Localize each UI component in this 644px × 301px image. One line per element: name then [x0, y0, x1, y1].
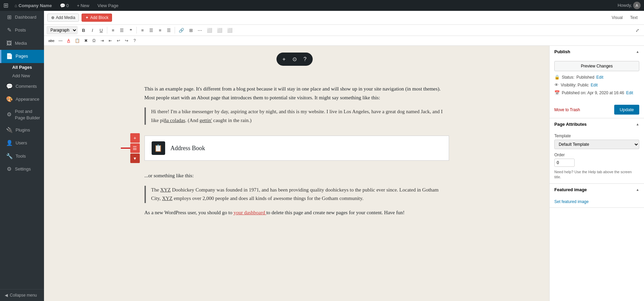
align-center-button[interactable]: ☰ [147, 26, 155, 34]
order-input[interactable] [554, 159, 575, 167]
paste-plain-button[interactable]: 📋 [73, 37, 82, 44]
page-attributes-toggle-icon: ▲ [636, 122, 639, 126]
sidebar-item-media[interactable]: 🖼 Media [0, 37, 44, 50]
insert-custom3-button[interactable]: ⬜ [225, 26, 235, 34]
sidebar-item-pages[interactable]: 📄 Pages [0, 50, 44, 63]
publish-section: Publish ▲ Preview Changes 🔒 Status: Publ… [550, 46, 644, 118]
content-area: ⊕ Add Media ✦ Add Block Visual Text Para… [44, 11, 644, 301]
paragraph-select[interactable]: Paragraph Heading 1 Heading 2 [47, 26, 77, 34]
pages-icon: 📄 [6, 53, 13, 60]
sidebar-item-tools[interactable]: 🔧 Tools [0, 150, 44, 163]
dashboard-link[interactable]: your dashboard [234, 210, 266, 215]
redo-button[interactable]: ↪ [123, 37, 130, 44]
adminbar-site-name[interactable]: ⌂ Company Name [13, 0, 54, 11]
blockquote-text-2: The XYZ Doohickey Company was founded in… [151, 186, 449, 203]
insert-custom-button[interactable]: ⬜ [205, 26, 214, 34]
visibility-edit-link[interactable]: Edit [591, 83, 598, 87]
publish-footer: Move to Trash Update [550, 101, 644, 118]
horizontal-rule-button[interactable]: — [57, 37, 64, 44]
template-select[interactable]: Default Template [554, 140, 639, 149]
separator [107, 27, 107, 34]
add-block-button[interactable]: ✦ Add Block [82, 14, 112, 22]
publish-section-header[interactable]: Publish ▲ [550, 46, 644, 58]
sidebar-subitem-all-pages[interactable]: All Pages [0, 63, 44, 72]
move-to-trash-link[interactable]: Move to Trash [554, 107, 580, 112]
block-add-button[interactable]: + [130, 133, 140, 143]
sidebar-item-posts[interactable]: ✎ Posts [0, 24, 44, 37]
text-color-button[interactable]: A [65, 37, 72, 44]
content-blockquote-2: The XYZ Doohickey Company was founded in… [145, 186, 449, 203]
appearance-icon: 🎨 [6, 96, 13, 103]
underline-button[interactable]: U [97, 26, 105, 34]
editor-main[interactable]: + ⊙ ? This is an example page. It's diff… [44, 46, 549, 301]
adminbar-view-page[interactable]: View Page [95, 0, 120, 11]
floating-navigate-button[interactable]: ⊙ [289, 54, 300, 64]
dashboard-icon: ⊞ [6, 14, 12, 21]
collapse-menu-button[interactable]: ◀ Collapse menu [0, 289, 44, 301]
visual-tab[interactable]: Visual [609, 14, 626, 21]
sidebar-item-appearance[interactable]: 🎨 Appearance [0, 93, 44, 106]
page-attributes-title: Page Attributes [554, 122, 587, 127]
separator [136, 27, 137, 34]
sidebar-item-dashboard[interactable]: ⊞ Dashboard [0, 11, 44, 24]
insert-table-button[interactable]: ⊞ [187, 26, 195, 34]
visibility-value: Visibility: Public [561, 83, 589, 87]
update-button[interactable]: Update [614, 105, 639, 115]
sidebar-item-users[interactable]: 👤 Users [0, 137, 44, 149]
sidebar-subitem-add-new[interactable]: Add New [0, 72, 44, 80]
preview-changes-button[interactable]: Preview Changes [554, 61, 639, 71]
insert-custom2-button[interactable]: ⬜ [215, 26, 224, 34]
clear-format-button[interactable]: ✖ [82, 37, 90, 44]
help-button[interactable]: ? [131, 37, 138, 44]
content-paragraph-1: This is an example page. It's different … [145, 85, 449, 102]
tools-icon: 🔧 [6, 153, 13, 160]
strikethrough-button[interactable]: abc [47, 38, 56, 44]
add-media-button[interactable]: ⊕ Add Media [47, 14, 79, 22]
sidebar-item-label: Tools [16, 153, 26, 159]
status-edit-link[interactable]: Edit [596, 75, 603, 80]
insert-more-button[interactable]: ⋯ [196, 26, 204, 34]
visibility-icon: 👁 [554, 82, 559, 87]
status-value: Published [576, 75, 594, 80]
italic-button[interactable]: I [88, 26, 96, 34]
sidebar-item-plugins[interactable]: 🔌 Plugins [0, 124, 44, 137]
featured-image-toggle-icon: ▲ [636, 188, 639, 192]
block-drag-button[interactable]: ☰ [130, 143, 140, 153]
address-book-label: Address Book [171, 143, 205, 154]
special-char-button[interactable]: Ω [90, 37, 98, 44]
plugins-icon: 🔌 [6, 126, 13, 134]
sidebar-item-label: Settings [15, 166, 31, 172]
comments-icon: 💬 [60, 3, 65, 8]
text-tab[interactable]: Text [627, 14, 641, 21]
adminbar-comments[interactable]: 💬 0 [58, 0, 71, 11]
floating-add-button[interactable]: + [279, 54, 289, 64]
template-label: Template [554, 134, 639, 138]
align-right-button[interactable]: ≡ [156, 26, 164, 34]
undo-button[interactable]: ↩ [115, 37, 122, 44]
fullscreen-button[interactable]: ⤢ [633, 26, 641, 34]
adminbar-new[interactable]: + New [75, 0, 91, 11]
set-featured-image-link[interactable]: Set featured image [554, 199, 589, 204]
sidebar-item-post-page-builder[interactable]: ⚙ Post and Page Builder [0, 106, 44, 123]
main-layout: ⊞ Dashboard ✎ Posts 🖼 Media 📄 Pages All … [0, 11, 644, 301]
floating-help-button[interactable]: ? [300, 54, 310, 64]
bold-button[interactable]: B [80, 26, 88, 34]
align-left-button[interactable]: ≡ [138, 26, 147, 34]
indent-button[interactable]: ⇥ [98, 37, 106, 44]
ordered-list-button[interactable]: ☰ [118, 26, 126, 34]
featured-image-header[interactable]: Featured image ▲ [550, 184, 644, 196]
unordered-list-button[interactable]: ≡ [109, 26, 117, 34]
wp-logo-icon[interactable]: ⊞ [3, 2, 8, 9]
sidebar-item-comments[interactable]: 💬 Comments [0, 80, 44, 93]
avatar: A [633, 2, 641, 9]
outdent-button[interactable]: ⇤ [107, 37, 114, 44]
sidebar-item-label: Post and Page Builder [15, 108, 41, 121]
sidebar-item-settings[interactable]: ⚙ Settings [0, 163, 44, 176]
link-button[interactable]: 🔗 [177, 26, 186, 34]
blockquote-button[interactable]: ❝ [127, 26, 135, 34]
align-justify-button[interactable]: ☰ [165, 26, 173, 34]
block-down-button[interactable]: ▾ [130, 154, 140, 163]
calendar-icon: 📅 [554, 90, 560, 95]
page-attributes-header[interactable]: Page Attributes ▲ [550, 118, 644, 130]
published-edit-link[interactable]: Edit [626, 91, 633, 95]
